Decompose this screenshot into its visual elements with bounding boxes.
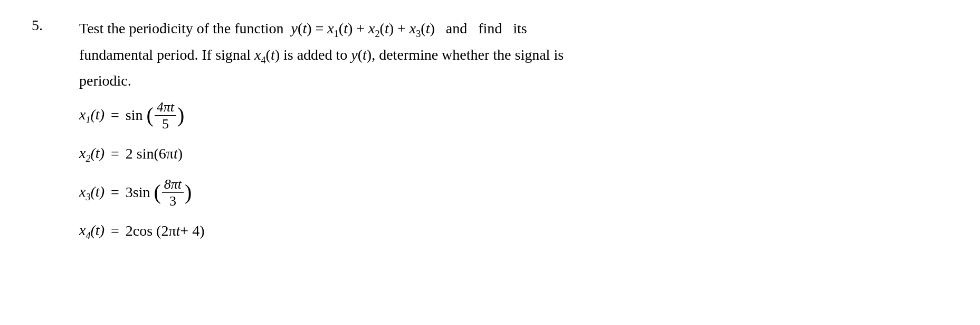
eq2-rhs: 2 sin(6πt) [126,142,183,166]
eq3-numerator: 8πt [162,176,184,193]
problem-text: Test the periodicity of the function y(t… [79,16,948,94]
problem-content: Test the periodicity of the function y(t… [79,16,948,244]
problem-container: 5. Test the periodicity of the function … [32,16,948,244]
eq1-rhs: sin ( 4πt 5 ) [126,99,185,132]
equation-3: x3(t) = 3sin ( 8πt 3 ) [79,176,948,209]
eq1-open-paren: ( [146,105,153,126]
eq3-close-paren: ) [185,182,192,203]
eq4-lhs: x4(t) [79,219,104,244]
equations-list: x1(t) = sin ( 4πt 5 ) x2(t) = 2 sin(6πt) [79,99,948,244]
eq3-fraction: 8πt 3 [162,176,184,209]
eq1-equals: = [111,104,119,127]
text-line3: periodic. [79,72,131,89]
equation-4: x4(t) = 2cos (2πt + 4) [79,219,948,244]
eq4-equals: = [111,219,119,243]
eq1-close-paren: ) [177,105,184,126]
eq3-lhs: x3(t) [79,180,104,205]
text-line1: Test the periodicity of the function y(t… [79,20,527,36]
eq3-denominator: 3 [167,193,178,209]
eq2-equals: = [111,142,119,166]
eq1-numerator: 4πt [155,99,176,116]
problem-number: 5. [32,16,79,34]
equation-1: x1(t) = sin ( 4πt 5 ) [79,99,948,132]
eq3-3sin: 3sin [126,181,150,205]
eq1-lhs: x1(t) [79,103,104,128]
eq3-rhs: 3sin ( 8πt 3 ) [126,176,192,209]
eq3-equals: = [111,181,119,205]
text-line2: fundamental period. If signal x4(t) is a… [79,47,564,63]
eq4-rhs: 2cos (2πt + 4) [126,219,205,243]
eq1-denominator: 5 [160,116,171,132]
eq1-sin: sin [126,104,143,127]
equation-2: x2(t) = 2 sin(6πt) [79,142,948,166]
eq3-open-paren: ( [154,182,160,203]
eq2-lhs: x2(t) [79,142,104,166]
eq1-fraction: 4πt 5 [155,99,176,132]
